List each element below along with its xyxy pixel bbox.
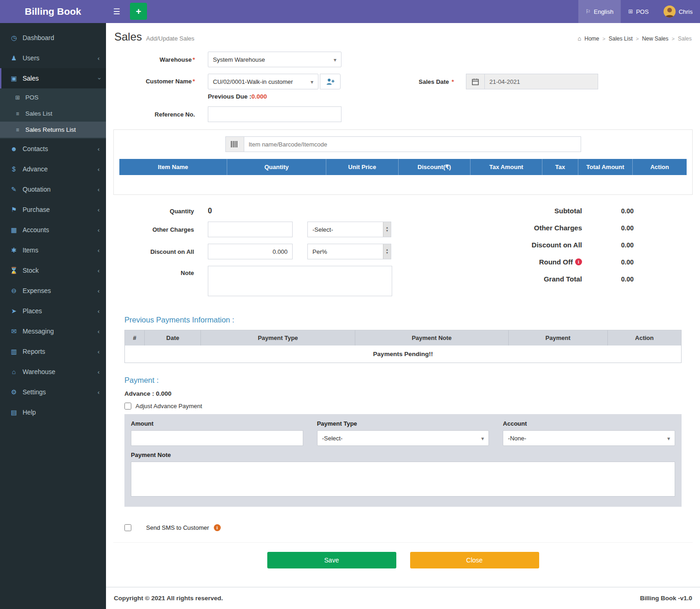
col-tax-amount: Tax Amount <box>471 159 542 175</box>
sidebar-item-settings[interactable]: ⚙ Settings ‹ <box>0 382 106 402</box>
sms-info-icon[interactable] <box>214 524 221 531</box>
col-hash: # <box>125 330 145 345</box>
calendar-button[interactable] <box>466 74 484 89</box>
round-off-info-icon[interactable] <box>575 258 582 265</box>
warehouse-select-value: System Warehouse <box>213 56 265 63</box>
sidebar-subitem-sales-returns-list[interactable]: ≡ Sales Returns List <box>0 122 106 138</box>
sidebar-subitem-label: POS <box>25 94 39 101</box>
note-textarea[interactable] <box>208 266 392 296</box>
chevron-left-icon: ‹ <box>98 55 100 62</box>
stock-icon: ⌛ <box>9 267 19 274</box>
sidebar-item-places[interactable]: ➤ Places ‹ <box>0 301 106 321</box>
subtotal-value: 0.00 <box>582 207 634 215</box>
payment-note-textarea[interactable] <box>131 462 675 497</box>
sidebar-item-users[interactable]: ♟ Users ‹ <box>0 48 106 68</box>
places-icon: ➤ <box>9 307 19 315</box>
quantity-value: 0 <box>208 207 212 215</box>
sidebar-item-expenses[interactable]: ⊖ Expenses ‹ <box>0 281 106 301</box>
payment-panel: Amount Payment Type -Select- Account <box>124 414 682 507</box>
home-icon <box>577 35 581 42</box>
sidebar-item-purchase[interactable]: ⚑ Purchase ‹ <box>0 199 106 220</box>
sidebar-item-advance[interactable]: $ Advance ‹ <box>0 159 106 179</box>
col-quantity: Quantity <box>227 159 326 175</box>
spinner-arrows-icon <box>383 244 391 259</box>
dollar-icon: $ <box>9 165 19 173</box>
sidebar-item-contacts[interactable]: ☻ Contacts ‹ <box>0 139 106 159</box>
chevron-left-icon: ‹ <box>98 186 100 193</box>
col-action: Action <box>633 159 687 175</box>
save-button[interactable]: Save <box>267 552 396 568</box>
sidebar-item-label: Purchase <box>23 206 50 213</box>
totals-section: Quantity 0 Other Charges -Select- Discou… <box>113 207 693 303</box>
sales-date-input[interactable] <box>484 74 598 89</box>
add-customer-button[interactable] <box>320 74 341 89</box>
top-navbar: Billing Book ☰ + ⚐ English ⊞ POS Chris <box>0 0 700 23</box>
sidebar-item-accounts[interactable]: ▦ Accounts ‹ <box>0 220 106 240</box>
warehouse-select[interactable]: System Warehouse <box>208 52 341 67</box>
reference-no-input[interactable] <box>208 106 341 122</box>
expenses-icon: ⊖ <box>9 287 19 294</box>
sidebar-item-label: Accounts <box>23 226 49 234</box>
payment-type-label: Payment Type <box>317 420 489 427</box>
other-charges-select[interactable]: -Select- <box>307 222 391 237</box>
sidebar-item-label: Warehouse <box>23 368 55 375</box>
breadcrumb-sales-list[interactable]: Sales List <box>609 35 633 42</box>
sidebar-item-dashboard[interactable]: ◷ Dashboard <box>0 28 106 48</box>
sidebar-item-items[interactable]: ✱ Items ‹ <box>0 240 106 260</box>
other-charges-input[interactable] <box>208 222 293 237</box>
pos-grid-icon: ⊞ <box>14 94 21 101</box>
items-panel: Item Name Quantity Unit Price Discount(₹… <box>113 129 693 195</box>
payment-type-select[interactable]: -Select- <box>317 430 489 446</box>
sidebar-item-label: Settings <box>23 388 46 396</box>
sidebar-item-reports[interactable]: ▥ Reports ‹ <box>0 341 106 362</box>
sales-date-label: Sales Date * <box>419 78 466 85</box>
contacts-icon: ☻ <box>9 145 19 152</box>
customer-select-value: CU/02/0001-Walk-in customer <box>213 78 293 85</box>
amount-input[interactable] <box>131 430 303 446</box>
sidebar-item-sales[interactable]: ▣ Sales ‹ <box>0 68 106 88</box>
account-select[interactable]: -None- <box>503 430 675 446</box>
sidebar-item-label: Places <box>23 307 42 315</box>
quick-add-button[interactable]: + <box>130 3 147 20</box>
previous-due: Previous Due :0.000 <box>208 93 341 100</box>
close-button[interactable]: Close <box>410 552 539 568</box>
sidebar-item-label: Reports <box>23 348 45 355</box>
other-charges-total-value: 0.00 <box>582 224 634 232</box>
sidebar-item-warehouse[interactable]: ⌂ Warehouse ‹ <box>0 362 106 382</box>
page-footer: Copyright © 2021 All rights reserved. Bi… <box>106 587 700 609</box>
form-actions: Save Close <box>113 542 693 579</box>
discount-on-all-input[interactable] <box>208 244 293 259</box>
user-menu[interactable]: Chris <box>656 0 700 23</box>
previous-payments-section: Previous Payments Information : # Date P… <box>124 316 682 363</box>
warehouse-icon: ⌂ <box>9 368 19 375</box>
sms-row: Send SMS to Customer <box>124 524 682 531</box>
adjust-advance-checkbox[interactable] <box>124 403 131 410</box>
account-label: Account <box>503 420 675 427</box>
sidebar-item-help[interactable]: ▤ Help <box>0 402 106 422</box>
sidebar-subitem-pos[interactable]: ⊞ POS <box>0 89 106 105</box>
sidebar-item-messaging[interactable]: ✉ Messaging ‹ <box>0 321 106 341</box>
chevron-left-icon: ‹ <box>98 389 100 396</box>
discount-type-select[interactable]: Per% <box>307 244 391 259</box>
send-sms-checkbox[interactable] <box>124 524 131 531</box>
copyright-text: Copyright © 2021 All rights reserved. <box>114 595 223 602</box>
chevron-left-icon: ‹ <box>98 227 100 234</box>
hamburger-menu-icon[interactable]: ☰ <box>106 0 127 23</box>
sidebar-item-quotation[interactable]: ✎ Quotation ‹ <box>0 179 106 199</box>
language-menu[interactable]: ⚐ English <box>578 0 621 23</box>
grand-total-value: 0.00 <box>582 275 634 283</box>
item-search-group <box>225 136 581 152</box>
breadcrumb-new-sales[interactable]: New Sales <box>642 35 668 42</box>
breadcrumb-home[interactable]: Home <box>584 35 599 42</box>
customer-select[interactable]: CU/02/0001-Walk-in customer <box>208 74 318 89</box>
discount-on-all-label: Discount on All <box>113 248 208 255</box>
sidebar-item-label: Dashboard <box>23 34 54 41</box>
item-search-input[interactable] <box>244 136 581 152</box>
required-mark: * <box>452 78 454 85</box>
col-tax: Tax <box>542 159 578 175</box>
list-icon: ≡ <box>14 111 21 117</box>
sidebar-item-label: Advance <box>23 165 47 173</box>
sidebar-subitem-sales-list[interactable]: ≡ Sales List <box>0 105 106 122</box>
sidebar-item-stock[interactable]: ⌛ Stock ‹ <box>0 260 106 281</box>
pos-shortcut[interactable]: ⊞ POS <box>621 0 656 23</box>
